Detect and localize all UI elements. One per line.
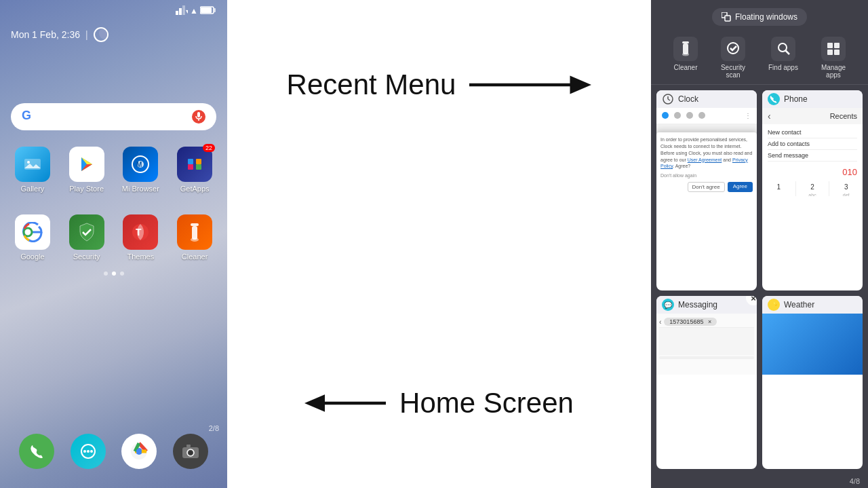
action-find-apps[interactable]: Find apps bbox=[768, 37, 798, 79]
date-time-text: Mon 1 Feb, 2:36 bbox=[11, 29, 80, 40]
svg-text:▲: ▲ bbox=[190, 6, 198, 15]
dot-2 bbox=[112, 271, 116, 276]
svg-rect-53 bbox=[827, 43, 833, 48]
clock-card-header: Clock bbox=[656, 90, 757, 108]
dialpad-2[interactable]: 2abc bbox=[796, 181, 829, 196]
page-dots bbox=[0, 271, 227, 276]
phone-recents-header: ‹ Recents bbox=[762, 108, 863, 124]
clock-dont-agree-btn[interactable]: Don't agree bbox=[688, 182, 725, 192]
cleaner-action-icon bbox=[673, 37, 698, 61]
clock-card-content: ⋮ In order to provide personalised servi… bbox=[656, 108, 757, 196]
cleaner-label: Cleaner bbox=[182, 252, 208, 261]
dock-chat[interactable] bbox=[71, 434, 106, 469]
svg-rect-6 bbox=[214, 8, 216, 12]
action-manage-apps[interactable]: Manageapps bbox=[821, 37, 846, 79]
app-cleaner[interactable]: Cleaner bbox=[170, 214, 219, 261]
svg-marker-0 bbox=[176, 11, 178, 15]
svg-point-49 bbox=[682, 53, 689, 56]
app-themes[interactable]: T Themes bbox=[117, 214, 165, 261]
weather-card-content bbox=[762, 314, 863, 375]
svg-point-33 bbox=[90, 450, 93, 453]
clock-dot-2 bbox=[674, 112, 681, 119]
dialpad-3[interactable]: 3def bbox=[829, 181, 863, 196]
weather-card[interactable]: ⭐ Weather bbox=[762, 296, 863, 469]
search-bar[interactable]: G bbox=[11, 103, 216, 130]
svg-marker-2 bbox=[182, 5, 185, 15]
find-apps-icon bbox=[771, 37, 795, 61]
phone-back-btn[interactable]: ‹ bbox=[768, 111, 771, 121]
svg-point-39 bbox=[189, 451, 193, 455]
weather-card-name: Weather bbox=[784, 300, 814, 309]
svg-rect-23 bbox=[196, 159, 201, 164]
google-icon bbox=[15, 214, 50, 250]
clock-card-name: Clock bbox=[678, 94, 698, 104]
middle-panel: Recent Menu Home Screen bbox=[227, 0, 651, 488]
clock-card[interactable]: Clock ⋮ In order to provide personalised… bbox=[656, 90, 757, 290]
dock-chrome[interactable] bbox=[121, 434, 157, 469]
recent-menu-annotation: Recent Menu bbox=[287, 68, 592, 102]
phone-recents-item-2[interactable]: Add to contacts bbox=[768, 138, 857, 150]
svg-point-32 bbox=[87, 450, 90, 453]
themes-icon: T bbox=[123, 214, 158, 250]
svg-rect-22 bbox=[188, 159, 193, 164]
msg-back-icon[interactable]: ‹ bbox=[659, 318, 661, 326]
signal-icons: ▾ ▲ bbox=[176, 5, 216, 15]
dot-1 bbox=[104, 271, 108, 276]
dialpad-1[interactable]: 1 bbox=[762, 181, 795, 196]
dock-phone[interactable] bbox=[19, 434, 54, 469]
app-google[interactable]: Google bbox=[8, 214, 57, 261]
app-mibrowser[interactable]: M Mi Browser bbox=[117, 147, 165, 193]
messaging-card[interactable]: 💬 Messaging ‹ 1573015685 × × bbox=[656, 296, 757, 469]
app-grid-row2: Google Security T Themes Cleaner bbox=[0, 209, 227, 266]
mic-icon[interactable] bbox=[192, 110, 205, 124]
mibrowser-icon: M bbox=[123, 147, 158, 182]
phone-recents-item-3[interactable]: Send message bbox=[768, 150, 857, 162]
phone-card-header: Phone bbox=[762, 90, 863, 108]
page-indicator: 2/8 bbox=[209, 424, 219, 432]
messaging-close-area: × bbox=[746, 296, 757, 305]
messaging-close-btn[interactable]: × bbox=[746, 296, 757, 305]
svg-rect-40 bbox=[186, 445, 191, 447]
playstore-label: Play Store bbox=[69, 185, 104, 193]
msg-x-icon: × bbox=[708, 318, 711, 325]
svg-rect-56 bbox=[834, 50, 840, 55]
dock bbox=[0, 428, 227, 474]
home-screen-annotation: Home Screen bbox=[304, 386, 574, 420]
dock-camera[interactable] bbox=[173, 434, 208, 469]
app-playstore[interactable]: Play Store bbox=[62, 147, 111, 193]
themes-label: Themes bbox=[127, 252, 155, 261]
google-g-icon: G bbox=[22, 109, 38, 125]
app-getapps[interactable]: 22 GetApps bbox=[170, 147, 219, 193]
clock-agree-btn[interactable]: Agree bbox=[728, 182, 753, 192]
action-cleaner[interactable]: Cleaner bbox=[673, 37, 698, 79]
recent-apps-grid: Clock ⋮ In order to provide personalised… bbox=[651, 85, 868, 474]
app-gallery[interactable]: Gallery bbox=[8, 147, 57, 193]
msg-input-bar[interactable] bbox=[659, 356, 754, 359]
phone-card-content: ‹ Recents New contact Add to contacts Se… bbox=[762, 108, 863, 196]
getapps-label: GetApps bbox=[180, 185, 210, 193]
getapps-icon: 22 bbox=[177, 147, 212, 182]
svg-rect-21 bbox=[196, 164, 201, 170]
action-security-scan[interactable]: Securityscan bbox=[721, 37, 745, 79]
floating-windows-btn[interactable]: Floating windows bbox=[712, 8, 807, 26]
recent-page-count: 4/8 bbox=[651, 474, 868, 488]
msg-tab-bar: ‹ 1573015685 × bbox=[659, 316, 754, 328]
clock-dot-4 bbox=[698, 112, 705, 119]
home-screen-label: Home Screen bbox=[399, 387, 574, 419]
svg-rect-46 bbox=[725, 16, 730, 21]
clock-dont-allow: Don't allow again bbox=[660, 172, 753, 179]
clock-dot-1 bbox=[662, 112, 669, 119]
moon-icon bbox=[94, 27, 108, 42]
security-label: Security bbox=[73, 252, 100, 261]
floating-windows-label: Floating windows bbox=[735, 12, 797, 22]
app-security[interactable]: Security bbox=[62, 214, 111, 261]
gallery-icon bbox=[15, 147, 50, 182]
phone-recents-item-1[interactable]: New contact bbox=[768, 127, 857, 138]
svg-text:▾: ▾ bbox=[186, 7, 188, 15]
svg-rect-27 bbox=[191, 223, 199, 226]
security-icon bbox=[69, 214, 104, 250]
search-input[interactable] bbox=[43, 109, 186, 125]
phone-card[interactable]: Phone ‹ Recents New contact Add to conta… bbox=[762, 90, 863, 290]
msg-number-chip: 1573015685 × bbox=[664, 318, 717, 326]
svg-text:T: T bbox=[136, 227, 142, 238]
